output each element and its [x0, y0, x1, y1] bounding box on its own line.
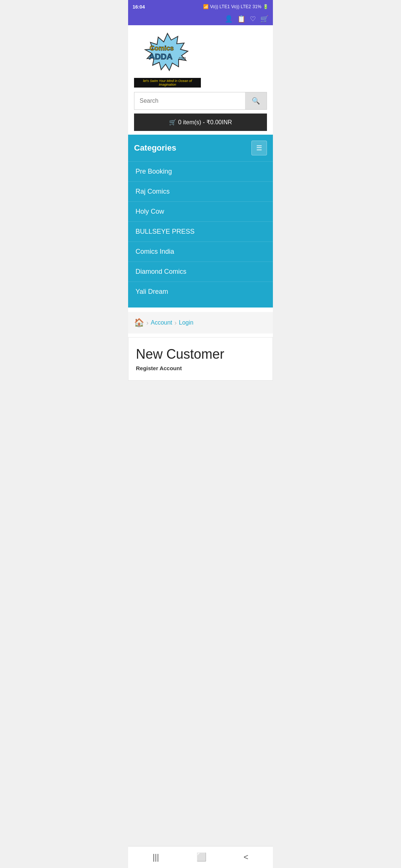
search-input[interactable] [134, 92, 245, 109]
breadcrumb-login-link[interactable]: Login [179, 319, 193, 326]
breadcrumb-home-icon[interactable]: 🏠 [134, 318, 144, 328]
new-customer-title: New Customer [136, 346, 265, 362]
logo-area: Comics ADDA .com let's Swim Your Mind in… [128, 25, 273, 92]
svg-text:ADDA: ADDA [149, 52, 173, 61]
new-customer-card: New Customer Register Account [128, 337, 273, 381]
status-bar: 16:04 📶 Vo)) LTE1 Vo)) LTE2 31% 🔋 [128, 0, 273, 13]
category-pre-booking[interactable]: Pre Booking [128, 161, 273, 181]
category-raj-comics[interactable]: Raj Comics [128, 181, 273, 201]
categories-title: Categories [134, 143, 176, 153]
cart-icon-top[interactable]: 🛒 [260, 15, 268, 23]
profile-icon[interactable]: 👤 [225, 15, 233, 23]
logo-tagline: let's Swim Your Mind in Ocean of Imagina… [134, 78, 201, 88]
breadcrumb: 🏠 › Account › Login [128, 312, 273, 333]
category-diamond-comics[interactable]: Diamond Comics [128, 262, 273, 282]
category-label: Comics India [136, 248, 174, 255]
status-time: 16:04 [133, 4, 145, 10]
categories-section: Categories ☰ Pre Booking Raj Comics Holy… [128, 135, 273, 308]
top-icon-bar: 👤 📋 ♡ 🛒 [128, 13, 273, 25]
category-comics-india[interactable]: Comics India [128, 241, 273, 262]
breadcrumb-sep-1: › [146, 319, 149, 327]
new-customer-subtitle: Register Account [136, 365, 265, 371]
logo-box: Comics ADDA .com [134, 33, 208, 77]
hamburger-button[interactable]: ☰ [251, 141, 267, 155]
category-label: BULLSEYE PRESS [136, 228, 195, 235]
category-yali-dream[interactable]: Yali Dream [128, 282, 273, 302]
category-bullseye-press[interactable]: BULLSEYE PRESS [128, 221, 273, 241]
search-button[interactable]: 🔍 [245, 92, 267, 109]
cart-bar-label: 🛒 0 item(s) - ₹0.00INR [169, 119, 232, 126]
breadcrumb-sep-2: › [175, 319, 177, 327]
svg-text:Comics: Comics [150, 45, 174, 52]
favorites-icon[interactable]: ♡ [250, 15, 256, 23]
hamburger-icon: ☰ [256, 144, 262, 152]
category-label: Raj Comics [136, 188, 170, 195]
wifi-icon: 📶 [203, 4, 209, 9]
signal2: Vo)) LTE2 [231, 4, 251, 9]
notifications-icon[interactable]: 📋 [237, 15, 245, 23]
category-label: Holy Cow [136, 208, 164, 215]
status-right: 📶 Vo)) LTE1 Vo)) LTE2 31% 🔋 [203, 4, 268, 9]
cart-bar[interactable]: 🛒 0 item(s) - ₹0.00INR [134, 114, 267, 131]
signal-strength: Vo)) LTE1 [210, 4, 230, 9]
svg-text:.com: .com [178, 56, 186, 60]
battery-icon: 🔋 [263, 4, 268, 9]
battery-level: 31% [252, 4, 261, 9]
breadcrumb-account-link[interactable]: Account [151, 319, 172, 326]
categories-header: Categories ☰ [128, 135, 273, 161]
search-bar: 🔍 [134, 92, 267, 110]
category-label: Yali Dream [136, 288, 168, 295]
category-holy-cow[interactable]: Holy Cow [128, 201, 273, 221]
category-label: Diamond Comics [136, 268, 186, 275]
logo-svg: Comics ADDA .com [134, 33, 201, 73]
category-label: Pre Booking [136, 168, 172, 175]
search-icon: 🔍 [252, 97, 260, 105]
